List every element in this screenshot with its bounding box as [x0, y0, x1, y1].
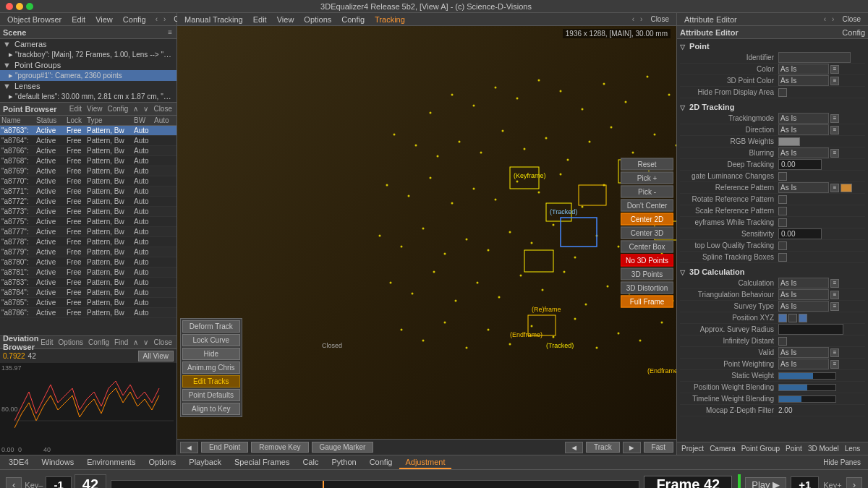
table-row[interactable]: "a8764": Active Free Pattern, Bw Auto [0, 136, 176, 146]
point-group-item[interactable]: ▸ "pgroup#1": Camera, 2360 points [0, 70, 176, 81]
lens-item[interactable]: ▸ "default lens": 30.00 mm, 2.81 cm x 1.… [0, 91, 176, 102]
trackingmode-menu-btn[interactable]: ≡ [830, 114, 839, 123]
table-row[interactable]: "a8783": Active Free Pattern, Bw Auto [0, 278, 176, 288]
hide-panes-btn[interactable]: Hide Panes [819, 458, 865, 467]
point-defaults-btn[interactable]: Point Defaults [182, 389, 240, 401]
low-quality-checkbox[interactable] [778, 241, 787, 250]
full-frame-button[interactable]: Full Frame [621, 295, 673, 307]
anim-mg-btn[interactable]: Anim.mg Chris [182, 361, 240, 374]
calculation-menu-btn[interactable]: ≡ [830, 279, 839, 288]
hide-checkbox[interactable] [778, 88, 787, 97]
attr-nav-next[interactable]: › [830, 15, 836, 23]
center-nav-next[interactable]: › [638, 15, 644, 23]
track-btn[interactable]: Track [586, 442, 620, 453]
deform-track-btn[interactable]: Deform Track [182, 320, 240, 333]
table-row[interactable]: "a8768": Active Free Pattern, Bw Auto [0, 156, 176, 166]
blurring-dropdown[interactable]: As Is [778, 147, 829, 158]
menu-attr-editor[interactable]: Attribute Editor [680, 14, 741, 25]
dev-edit[interactable]: Edit [39, 338, 54, 346]
approx-radius-input[interactable] [778, 324, 843, 335]
deep-tracking-input[interactable] [778, 159, 822, 170]
attr-nav-prev[interactable]: ‹ [822, 15, 828, 23]
tab-adjustment[interactable]: Adjustment [399, 456, 451, 469]
pick-minus-button[interactable]: Pick - [621, 185, 673, 197]
maximize-traffic-light[interactable] [26, 3, 33, 10]
fast-btn[interactable]: Fast [644, 442, 673, 453]
table-row[interactable]: "a8775": Active Free Pattern, Bw Auto [0, 217, 176, 227]
center-3d-button[interactable]: Center 3D [621, 226, 673, 239]
deviation-chart[interactable]: 135.97 80.00 0.00 0 40 [0, 363, 176, 455]
sensitivity-input[interactable] [778, 228, 822, 239]
pb-view[interactable]: View [85, 105, 104, 113]
menu-object-browser[interactable]: Object Browser [3, 14, 66, 25]
point-table-body[interactable]: "a8763": Active Free Pattern, Bw Auto "a… [0, 126, 176, 335]
remove-key-btn[interactable]: Remove Key [251, 442, 308, 453]
menu-options[interactable]: Options [299, 14, 336, 25]
table-row[interactable]: "a8769": Active Free Pattern, Bw Auto [0, 166, 176, 176]
survey-type-menu-btn[interactable]: ≡ [830, 302, 839, 311]
tab-environments[interactable]: Environments [81, 456, 141, 469]
viewport[interactable]: (Keyframe) (Tracked) (Re)frame (Tracked)… [177, 26, 676, 439]
triangulation-dropdown[interactable]: As Is [778, 289, 829, 300]
attribute-scroll-area[interactable]: ▽ Point Identifier Color As Is ≡ [677, 39, 868, 442]
tab-3de4[interactable]: 3DE4 [3, 456, 35, 469]
tab-point[interactable]: Point [783, 444, 805, 453]
blurring-menu-btn[interactable]: ≡ [830, 149, 839, 158]
auto-luminance-checkbox[interactable] [778, 172, 787, 181]
table-row[interactable]: "a8773": Active Free Pattern, Bw Auto [0, 207, 176, 217]
nav-prev[interactable]: ‹ [153, 15, 160, 23]
align-to-key-btn[interactable]: Align to Key [182, 403, 240, 415]
tab-point-group[interactable]: Point Group [739, 444, 783, 453]
lenses-group[interactable]: ▼ Lenses [0, 81, 176, 91]
dev-options[interactable]: Options [57, 338, 85, 346]
color-menu-btn[interactable]: ≡ [830, 65, 839, 74]
tab-python[interactable]: Python [326, 456, 362, 469]
pb-nav-down[interactable]: ∨ [142, 105, 150, 113]
nav-prev-btn[interactable]: ‹ [6, 477, 22, 488]
table-row[interactable]: "a8781": Active Free Pattern, Bw Auto [0, 267, 176, 278]
menu-view2[interactable]: View [273, 14, 299, 25]
rotate-ref-checkbox[interactable] [778, 195, 787, 204]
distortion-3d-button[interactable]: 3D Distortion [621, 281, 673, 294]
menu-config[interactable]: Config [119, 14, 150, 25]
track-back-btn[interactable]: ◄ [565, 442, 583, 453]
table-row[interactable]: "a8771": Active Free Pattern, Bw Auto [0, 187, 176, 197]
lock-curve-btn[interactable]: Lock Curve [182, 334, 240, 346]
play-btn[interactable]: Play ▶ [745, 477, 786, 488]
table-row[interactable]: "a8763": Active Free Pattern, Bw Auto [0, 126, 176, 136]
pb-edit[interactable]: Edit [68, 105, 83, 113]
nav-next[interactable]: › [161, 15, 168, 23]
ref-pattern-dropdown[interactable]: As Is [778, 182, 829, 193]
center-close-btn[interactable]: Close [646, 14, 673, 24]
3d-color-menu-btn[interactable]: ≡ [830, 77, 839, 85]
dev-find[interactable]: Find [113, 338, 129, 346]
table-row[interactable]: "a8770": Active Free Pattern, Bw Auto [0, 176, 176, 187]
spline-checkbox[interactable] [778, 253, 787, 262]
nav-next-btn[interactable]: › [846, 477, 862, 488]
trackingmode-dropdown[interactable]: As Is [778, 113, 829, 124]
all-view-button[interactable]: All View [138, 351, 174, 361]
survey-type-dropdown[interactable]: As Is [778, 301, 829, 312]
minimize-traffic-light[interactable] [16, 3, 23, 10]
3d-color-dropdown[interactable]: As Is [778, 75, 829, 86]
keyframes-checkbox[interactable] [778, 218, 787, 227]
valid-dropdown[interactable]: As Is [778, 347, 829, 358]
table-row[interactable]: "a8777": Active Free Pattern, Bw Auto [0, 227, 176, 237]
reset-button[interactable]: Reset [621, 158, 673, 170]
tab-options[interactable]: Options [142, 456, 182, 469]
tab-project[interactable]: Project [678, 444, 707, 453]
menu-tracking[interactable]: Tracking [370, 14, 409, 25]
direction-menu-btn[interactable]: ≡ [830, 126, 839, 134]
dev-nav-up[interactable]: ∧ [132, 338, 140, 346]
gauge-marker-btn[interactable]: Gauge Marker [312, 442, 374, 453]
timeline-weight-bar[interactable] [778, 395, 836, 403]
tab-config[interactable]: Config [364, 456, 399, 469]
direction-dropdown[interactable]: As Is [778, 124, 829, 135]
menu-config2[interactable]: Config [337, 14, 369, 25]
center-nav-prev[interactable]: ‹ [630, 15, 637, 23]
table-row[interactable]: "a8786": Active Free Pattern, Bw Auto [0, 308, 176, 318]
pos-weight-blending-bar[interactable] [778, 384, 836, 391]
color-dropdown[interactable]: As Is [778, 64, 829, 74]
dev-nav-down[interactable]: ∨ [142, 338, 150, 346]
rgb-swatch[interactable] [778, 137, 800, 146]
